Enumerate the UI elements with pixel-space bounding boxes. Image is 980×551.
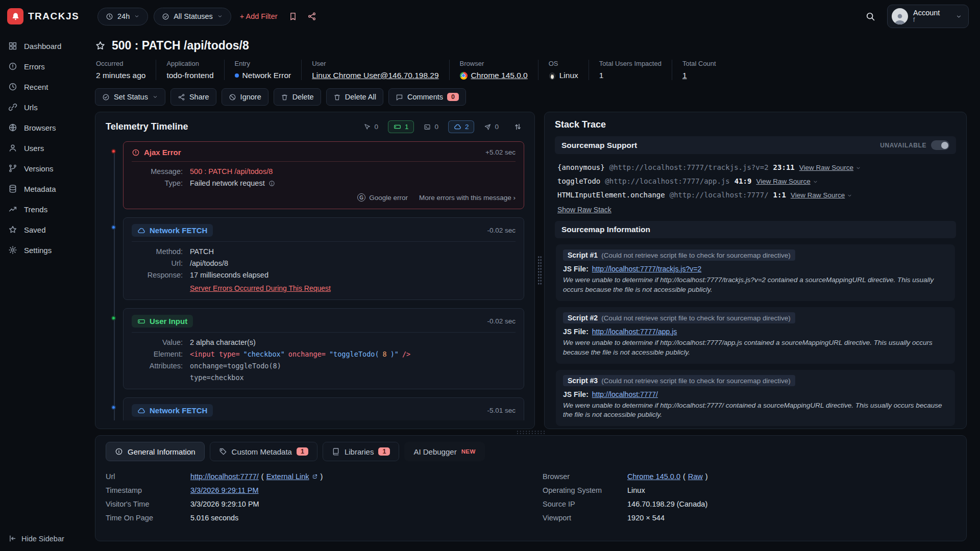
status-filter[interactable]: All Statuses <box>154 8 231 26</box>
browser-version-link[interactable]: Chrome 145.0.0 <box>627 472 680 481</box>
time-range-filter[interactable]: 24h <box>97 8 148 26</box>
stack-frame: {anonymous} @http://localhost:7777/track… <box>557 161 953 174</box>
row-label: Url: <box>132 259 183 267</box>
timeline-entry-network-fetch[interactable]: Network FETCH -5.01 sec Method: GET Url:… <box>123 397 524 420</box>
google-icon: G <box>357 193 365 202</box>
console-counter[interactable]: 0 <box>418 120 444 133</box>
navigation-counter[interactable]: 0 <box>478 120 504 133</box>
favorite-star-icon[interactable] <box>95 40 106 51</box>
timestamp-link[interactable]: 3/3/2026 9:29:11 PM <box>190 486 259 494</box>
comment-icon <box>396 93 403 101</box>
input-counter[interactable]: 1 <box>388 120 414 133</box>
view-raw-source-link[interactable]: View Raw Source <box>799 161 861 174</box>
sidebar-item-versions[interactable]: Versions <box>0 158 92 179</box>
frame-function: {anonymous} <box>557 161 605 174</box>
cloud-icon <box>137 407 145 415</box>
delete-all-button[interactable]: Delete All <box>326 88 383 106</box>
more-errors-link[interactable]: More errors with this message › <box>419 193 516 202</box>
view-raw-source-link[interactable]: View Raw Source <box>791 189 852 202</box>
tab-libraries[interactable]: Libraries 1 <box>323 442 399 461</box>
sidebar-item-label: Browsers <box>24 123 56 132</box>
share-button[interactable]: Share <box>170 88 216 106</box>
timeline-entry-user-input[interactable]: User Input -0.02 sec Value: 2 alpha char… <box>123 308 524 389</box>
network-counter[interactable]: 2 <box>448 120 475 133</box>
browser-link[interactable]: Chrome 145.0.0 <box>471 71 528 80</box>
share-label: Share <box>189 93 209 101</box>
js-file-link[interactable]: http://localhost:7777/app.js <box>592 328 677 336</box>
link-icon <box>8 103 17 112</box>
star-icon <box>8 225 17 234</box>
brand-name: TRACKJS <box>28 11 79 22</box>
meta-total-count: Total Count 1 <box>672 60 726 80</box>
main-content: 500 : PATCH /api/todos/8 Occurred 2 minu… <box>92 33 980 551</box>
sidebar-item-metadata[interactable]: Metadata <box>0 179 92 199</box>
sidebar-item-saved[interactable]: Saved <box>0 219 92 240</box>
raw-link[interactable]: Raw <box>688 472 703 481</box>
tab-general-information[interactable]: General Information <box>106 442 205 461</box>
user-link[interactable]: Linux Chrome User@146.70.198.29 <box>312 71 438 80</box>
timeline-entry-ajax-error[interactable]: Ajax Error +5.02 sec Message: 500 : PATC… <box>123 141 524 209</box>
delete-button[interactable]: Delete <box>274 88 321 106</box>
add-filter-button[interactable]: + Add Filter <box>237 12 281 20</box>
sidebar-item-label: Recent <box>24 83 48 91</box>
server-errors-link[interactable]: Server Errors Occurred During This Reque… <box>190 284 516 292</box>
sidebar-item-browsers[interactable]: Browsers <box>0 117 92 138</box>
sidebar-item-label: Urls <box>24 103 38 112</box>
stack-frame: toggleTodo @http://localhost:7777/app.js… <box>557 174 953 188</box>
share-icon <box>178 93 185 101</box>
comments-label: Comments <box>407 93 443 101</box>
sidebar-item-urls[interactable]: Urls <box>0 97 92 117</box>
counter-value: 0 <box>374 123 378 131</box>
hide-sidebar-label: Hide Sidebar <box>21 535 64 543</box>
globe-icon <box>8 123 17 132</box>
tab-custom-metadata[interactable]: Custom Metadata 1 <box>210 442 317 461</box>
sourcemap-toggle[interactable] <box>931 140 949 150</box>
sidebar-item-errors[interactable]: Errors <box>0 56 92 77</box>
timeline-dot-network <box>111 405 116 410</box>
visitor-counter[interactable]: 0 <box>358 120 384 133</box>
external-link[interactable]: External Link <box>266 472 309 481</box>
trackjs-logo[interactable]: TRACKJS <box>7 8 92 24</box>
google-error-link[interactable]: GGoogle error <box>357 193 408 202</box>
sidebar-item-settings[interactable]: Settings <box>0 240 92 260</box>
script-card: Script #1(Could not retrieve script file… <box>556 244 955 301</box>
chevron-down-icon <box>847 193 852 198</box>
sidebar-item-dashboard[interactable]: Dashboard <box>0 36 92 56</box>
set-status-button[interactable]: Set Status <box>95 88 165 106</box>
bookmark-icon[interactable] <box>286 10 300 23</box>
js-file-link[interactable]: http://localhost:7777/ <box>592 390 658 398</box>
account-menu[interactable]: Account f <box>887 5 969 28</box>
info-icon <box>115 447 123 456</box>
tab-ai-debugger[interactable]: AI Debugger NEW <box>404 442 484 461</box>
total-count-link[interactable]: 1 <box>682 71 716 80</box>
sort-order-button[interactable] <box>511 120 524 133</box>
ignore-button[interactable]: Ignore <box>222 88 268 106</box>
check-circle-icon <box>162 13 169 20</box>
view-raw-source-link[interactable]: View Raw Source <box>756 175 818 188</box>
counter-value: 1 <box>405 123 409 131</box>
alert-circle-icon <box>8 62 17 71</box>
comments-button[interactable]: Comments 0 <box>388 88 466 106</box>
input-icon <box>137 317 145 325</box>
timeline-entry-network-fetch[interactable]: Network FETCH -0.02 sec Method: PATCH Ur… <box>123 217 524 300</box>
meta-value: 1 <box>599 71 662 80</box>
hide-sidebar-button[interactable]: Hide Sidebar <box>8 534 64 543</box>
section-title: Sourcemap Support <box>561 141 637 150</box>
sidebar-item-recent[interactable]: Recent <box>0 77 92 97</box>
sidebar-item-trends[interactable]: Trends <box>0 199 92 219</box>
avatar <box>892 8 908 24</box>
search-icon[interactable] <box>863 9 877 23</box>
info-label: Time On Page <box>106 514 181 522</box>
row-label: Type: <box>132 179 183 187</box>
share-icon[interactable] <box>305 10 318 23</box>
entry-time-offset: +5.02 sec <box>485 148 516 156</box>
panel-resize-handle[interactable] <box>535 112 544 429</box>
show-raw-stack-link[interactable]: Show Raw Stack <box>557 206 956 214</box>
vertical-resize-handle[interactable] <box>95 429 967 435</box>
sidebar-item-users[interactable]: Users <box>0 138 92 158</box>
row-label: Response: <box>132 271 183 279</box>
url-link[interactable]: http://localhost:7777/ <box>190 472 259 481</box>
js-file-link[interactable]: http://localhost:7777/trackjs.js?v=2 <box>592 265 701 273</box>
meta-label: Entry <box>235 60 291 67</box>
script-note: (Could not retrieve script file to check… <box>601 314 791 322</box>
